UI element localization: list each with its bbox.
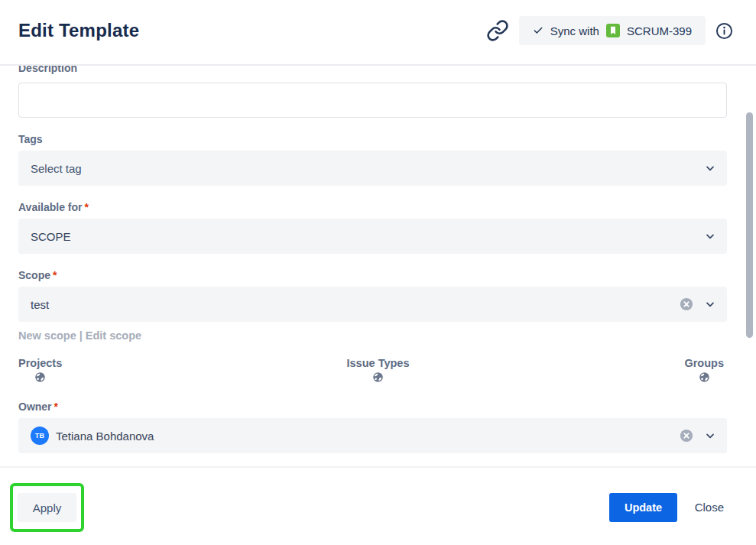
scope-value: test bbox=[31, 298, 49, 311]
globe-icon bbox=[372, 371, 384, 386]
scope-label: Scope* bbox=[18, 269, 57, 281]
scope-label-text: Scope bbox=[18, 269, 50, 281]
sync-with-button[interactable]: Sync with SCRUM-399 bbox=[519, 16, 706, 45]
globe-icon bbox=[699, 371, 710, 386]
modal-header: Edit Template Sync with SCRUM-399 bbox=[0, 0, 756, 66]
chevron-down-icon bbox=[704, 298, 716, 310]
apply-button-highlight-box: Apply bbox=[10, 483, 84, 532]
clear-icon[interactable] bbox=[680, 297, 693, 311]
required-asterisk: * bbox=[54, 401, 58, 413]
required-asterisk: * bbox=[53, 269, 57, 281]
link-icon[interactable] bbox=[486, 19, 509, 42]
close-button[interactable]: Close bbox=[695, 501, 724, 514]
footer-divider bbox=[0, 466, 756, 468]
scope-links-separator: | bbox=[79, 329, 83, 342]
globe-icon bbox=[34, 371, 46, 386]
groups-column: Groups bbox=[684, 357, 724, 386]
vertical-scrollbar-thumb[interactable] bbox=[746, 112, 753, 338]
required-asterisk: * bbox=[85, 201, 89, 213]
chevron-down-icon bbox=[704, 162, 716, 174]
sync-with-label: Sync with bbox=[550, 24, 599, 37]
scope-select[interactable]: test bbox=[18, 287, 727, 322]
story-issue-icon bbox=[606, 24, 620, 37]
page-title: Edit Template bbox=[18, 20, 139, 41]
projects-column-label: Projects bbox=[18, 357, 62, 369]
owner-label-text: Owner bbox=[18, 401, 52, 413]
available-for-label-text: Available for bbox=[18, 201, 83, 213]
description-input[interactable] bbox=[18, 83, 727, 118]
projects-column: Projects bbox=[18, 357, 62, 386]
chevron-down-icon bbox=[704, 230, 716, 242]
update-button[interactable]: Update bbox=[609, 493, 677, 522]
owner-select[interactable]: TB Tetiana Bohdanova bbox=[18, 418, 727, 453]
owner-value: Tetiana Bohdanova bbox=[56, 430, 154, 443]
available-for-value: SCOPE bbox=[31, 230, 71, 243]
tags-select[interactable]: Select tag bbox=[18, 151, 727, 186]
tags-placeholder: Select tag bbox=[31, 162, 82, 175]
apply-button[interactable]: Apply bbox=[18, 493, 76, 522]
chevron-down-icon bbox=[704, 430, 716, 442]
scope-actions: New scope|Edit scope bbox=[18, 329, 141, 342]
available-for-label: Available for* bbox=[18, 201, 89, 213]
owner-label: Owner* bbox=[18, 401, 58, 413]
groups-column-label: Groups bbox=[684, 357, 724, 369]
issue-types-column: Issue Types bbox=[347, 357, 410, 386]
sync-issue-key: SCRUM-399 bbox=[627, 24, 692, 37]
clear-icon[interactable] bbox=[680, 429, 693, 443]
edit-template-modal: Edit Template Sync with SCRUM-399 bbox=[0, 0, 756, 545]
new-scope-link[interactable]: New scope bbox=[18, 329, 76, 342]
avatar: TB bbox=[31, 427, 49, 445]
edit-scope-link[interactable]: Edit scope bbox=[86, 329, 141, 342]
header-actions: Sync with SCRUM-399 bbox=[486, 16, 733, 45]
available-for-select[interactable]: SCOPE bbox=[18, 219, 727, 254]
info-icon[interactable] bbox=[715, 22, 733, 40]
tags-label: Tags bbox=[18, 133, 43, 145]
check-icon bbox=[533, 25, 543, 36]
issue-types-column-label: Issue Types bbox=[347, 357, 410, 369]
